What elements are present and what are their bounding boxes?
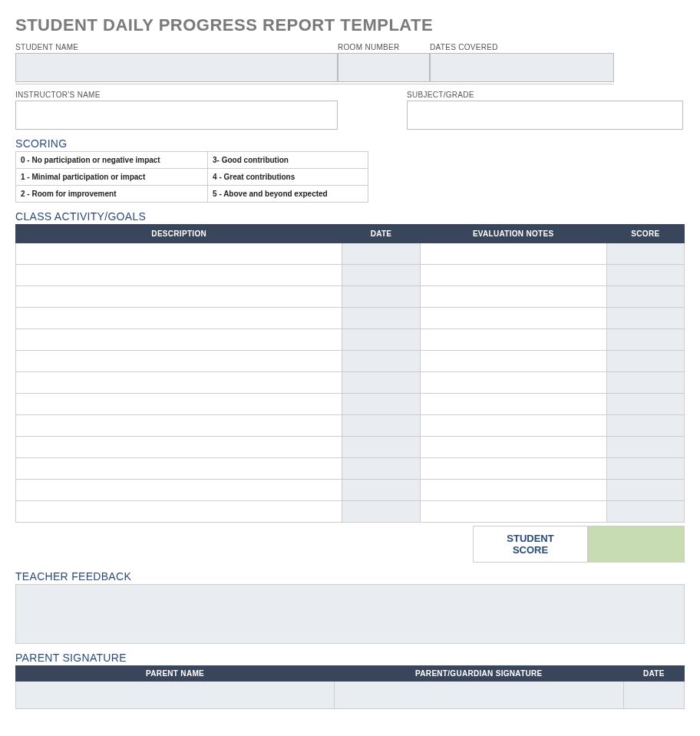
activity-header-notes: EVALUATION NOTES: [420, 225, 606, 243]
scoring-heading: SCORING: [15, 137, 685, 150]
activity-description-cell[interactable]: [16, 437, 342, 458]
activity-notes-cell[interactable]: [420, 458, 606, 480]
activity-notes-cell[interactable]: [420, 308, 606, 329]
scoring-cell: 5 - Above and beyond expected: [208, 186, 368, 203]
teacher-feedback-input[interactable]: [15, 584, 685, 644]
room-number-input[interactable]: [338, 53, 430, 82]
scoring-cell: 1 - Minimal participation or impact: [16, 169, 208, 186]
scoring-table: 0 - No participation or negative impact …: [15, 151, 368, 203]
activity-score-cell[interactable]: [606, 415, 684, 437]
activity-description-cell[interactable]: [16, 501, 342, 523]
activity-date-cell[interactable]: [342, 286, 420, 308]
parent-header-row: PARENT NAME PARENT/GUARDIAN SIGNATURE DA…: [16, 666, 685, 682]
activity-table: DESCRIPTION DATE EVALUATION NOTES SCORE: [15, 224, 685, 523]
feedback-heading: TEACHER FEEDBACK: [15, 570, 685, 583]
activity-date-cell[interactable]: [342, 308, 420, 329]
parent-heading: PARENT SIGNATURE: [15, 652, 685, 664]
activity-row: [16, 415, 685, 437]
activity-date-cell[interactable]: [342, 243, 420, 265]
student-score-row: STUDENT SCORE: [15, 526, 685, 563]
parent-header-name: PARENT NAME: [16, 666, 335, 682]
activity-description-cell[interactable]: [16, 415, 342, 437]
activity-notes-cell[interactable]: [420, 243, 606, 265]
activity-row: [16, 243, 685, 265]
activity-description-cell[interactable]: [16, 308, 342, 329]
subject-grade-label: SUBJECT/GRADE: [407, 91, 683, 99]
activity-date-cell[interactable]: [342, 372, 420, 394]
activity-row: [16, 480, 685, 501]
activity-notes-cell[interactable]: [420, 372, 606, 394]
activity-notes-cell[interactable]: [420, 394, 606, 415]
activity-description-cell[interactable]: [16, 265, 342, 286]
activity-score-cell[interactable]: [606, 329, 684, 351]
activity-date-cell[interactable]: [342, 480, 420, 501]
info-row-1: STUDENT NAME ROOM NUMBER DATES COVERED: [15, 43, 685, 82]
activity-description-cell[interactable]: [16, 351, 342, 372]
subject-grade-field-group: SUBJECT/GRADE: [407, 91, 683, 130]
activity-date-cell[interactable]: [342, 329, 420, 351]
dates-covered-field-group: DATES COVERED: [430, 43, 614, 82]
instructor-field-group: INSTRUCTOR'S NAME: [15, 91, 338, 130]
activity-description-cell[interactable]: [16, 243, 342, 265]
activity-date-cell[interactable]: [342, 437, 420, 458]
parent-name-input[interactable]: [16, 682, 335, 709]
info-row-2: INSTRUCTOR'S NAME SUBJECT/GRADE: [15, 91, 685, 130]
scoring-cell: 0 - No participation or negative impact: [16, 152, 208, 169]
activity-header-description: DESCRIPTION: [16, 225, 342, 243]
activity-notes-cell[interactable]: [420, 501, 606, 523]
student-name-input[interactable]: [15, 53, 338, 82]
activity-notes-cell[interactable]: [420, 265, 606, 286]
activity-score-cell[interactable]: [606, 480, 684, 501]
parent-signature-input[interactable]: [335, 682, 623, 709]
activity-notes-cell[interactable]: [420, 480, 606, 501]
activity-score-cell[interactable]: [606, 437, 684, 458]
room-number-field-group: ROOM NUMBER: [338, 43, 430, 82]
dates-covered-label: DATES COVERED: [430, 43, 614, 51]
activity-row: [16, 394, 685, 415]
activity-notes-cell[interactable]: [420, 437, 606, 458]
scoring-row: 2 - Room for improvement 5 - Above and b…: [16, 186, 368, 203]
activity-score-cell[interactable]: [606, 458, 684, 480]
page-title: STUDENT DAILY PROGRESS REPORT TEMPLATE: [15, 15, 685, 35]
activity-score-cell[interactable]: [606, 372, 684, 394]
scoring-row: 1 - Minimal participation or impact 4 - …: [16, 169, 368, 186]
parent-header-date: DATE: [623, 666, 684, 682]
activity-row: [16, 351, 685, 372]
instructor-name-label: INSTRUCTOR'S NAME: [15, 91, 338, 99]
activity-date-cell[interactable]: [342, 415, 420, 437]
activity-date-cell[interactable]: [342, 501, 420, 523]
divider: [15, 84, 614, 84]
student-score-label: STUDENT SCORE: [473, 526, 588, 563]
activity-description-cell[interactable]: [16, 286, 342, 308]
activity-notes-cell[interactable]: [420, 286, 606, 308]
activity-score-cell[interactable]: [606, 394, 684, 415]
activity-description-cell[interactable]: [16, 329, 342, 351]
instructor-name-input[interactable]: [15, 101, 338, 130]
activity-row: [16, 265, 685, 286]
activity-date-cell[interactable]: [342, 265, 420, 286]
activity-date-cell[interactable]: [342, 351, 420, 372]
activity-description-cell[interactable]: [16, 394, 342, 415]
activity-score-cell[interactable]: [606, 308, 684, 329]
activity-score-cell[interactable]: [606, 265, 684, 286]
room-number-label: ROOM NUMBER: [338, 43, 430, 51]
activity-description-cell[interactable]: [16, 480, 342, 501]
parent-row: [16, 682, 685, 709]
dates-covered-input[interactable]: [430, 53, 614, 82]
activity-row: [16, 372, 685, 394]
activity-notes-cell[interactable]: [420, 415, 606, 437]
subject-grade-input[interactable]: [407, 101, 683, 130]
activity-notes-cell[interactable]: [420, 351, 606, 372]
activity-date-cell[interactable]: [342, 394, 420, 415]
activity-score-cell[interactable]: [606, 351, 684, 372]
activity-description-cell[interactable]: [16, 372, 342, 394]
activity-date-cell[interactable]: [342, 458, 420, 480]
parent-date-input[interactable]: [623, 682, 684, 709]
activity-score-cell[interactable]: [606, 286, 684, 308]
student-score-value[interactable]: [588, 526, 685, 563]
activity-description-cell[interactable]: [16, 458, 342, 480]
activity-notes-cell[interactable]: [420, 329, 606, 351]
activity-score-cell[interactable]: [606, 501, 684, 523]
parent-table: PARENT NAME PARENT/GUARDIAN SIGNATURE DA…: [15, 665, 685, 709]
activity-score-cell[interactable]: [606, 243, 684, 265]
